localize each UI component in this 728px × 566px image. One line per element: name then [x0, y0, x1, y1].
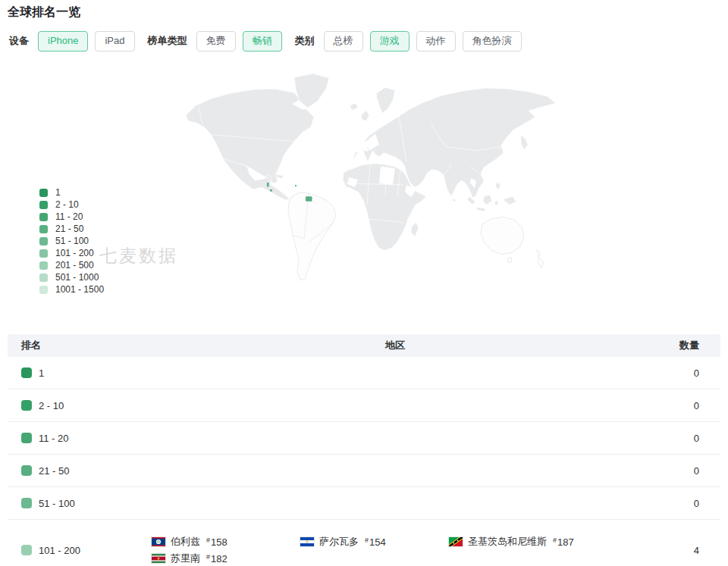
region-name: 圣基茨岛和尼维斯 [468, 535, 547, 549]
region-rank: #182 [206, 553, 228, 564]
count-value: 0 [639, 465, 720, 477]
region-name: 萨尔瓦多 [319, 535, 359, 549]
legend-item: 1001 - 1500 [39, 283, 104, 296]
java-shape [476, 207, 485, 211]
rank-range-label: 1 [39, 367, 44, 379]
el-salvador-flag-icon [300, 537, 314, 546]
legend-color-swatch [39, 213, 48, 221]
legend-label: 1 [55, 187, 61, 198]
madagascar-shape [411, 222, 419, 236]
count-value: 4 [639, 545, 720, 556]
region-entry-suriname[interactable]: 苏里南 #182 [152, 552, 300, 565]
legend-color-swatch [39, 274, 48, 282]
legend-color-swatch [39, 189, 48, 197]
rank-color-swatch [21, 498, 32, 508]
legend-color-swatch [39, 237, 48, 245]
legend-label: 501 - 1000 [55, 272, 99, 283]
sumatra-shape [467, 196, 475, 205]
list-type-filter-label: 榜单类型 [148, 34, 187, 48]
legend-label: 51 - 100 [55, 236, 89, 246]
region-column-header: 地区 [152, 339, 639, 352]
category-option-games[interactable]: 游戏 [370, 31, 410, 52]
rank-range-label: 51 - 100 [39, 498, 75, 509]
rank-range-label: 21 - 50 [39, 465, 69, 477]
region-entry-belize[interactable]: 伯利兹 #158 [152, 535, 300, 549]
watermark: 七麦数据 [99, 244, 178, 267]
table-row: 51 - 100 0 [8, 487, 720, 520]
rank-range-label: 11 - 20 [39, 433, 69, 444]
philippines-shape [495, 182, 500, 190]
legend-label: 201 - 500 [55, 260, 94, 270]
legend-item: 101 - 200 [39, 247, 104, 259]
table-row: 101 - 200 伯利兹 #158 萨尔瓦多 #154 圣 [8, 520, 720, 566]
legend-item: 1 [39, 186, 104, 199]
legend-color-swatch [39, 286, 48, 294]
uk-shape [362, 111, 370, 121]
legend-label: 2 - 10 [55, 199, 79, 210]
legend-color-swatch [39, 249, 48, 258]
new-zealand-shape [537, 250, 544, 268]
sri-lanka-shape [453, 199, 456, 202]
new-guinea-shape [503, 196, 516, 205]
region-entry-el-salvador[interactable]: 萨尔瓦多 #154 [300, 535, 449, 549]
region-name: 伯利兹 [171, 535, 200, 549]
legend-color-swatch [39, 261, 48, 270]
legend-label: 1001 - 1500 [55, 284, 104, 295]
count-value: 0 [639, 433, 720, 444]
tasmania-shape [507, 258, 512, 263]
region-rank: #187 [553, 536, 574, 548]
legend-item: 11 - 20 [39, 211, 104, 223]
table-row: 2 - 10 0 [8, 389, 720, 422]
japan-shape [521, 135, 528, 150]
legend-label: 11 - 20 [55, 211, 83, 222]
category-option-action[interactable]: 动作 [416, 31, 456, 52]
region-list: 伯利兹 #158 萨尔瓦多 #154 圣基茨岛和尼维斯 #187 [152, 535, 639, 565]
device-filter-label: 设备 [9, 34, 29, 48]
scandinavia-shape [376, 87, 395, 113]
st-kitts-nevis-flag-icon [449, 537, 463, 546]
table-row: 11 - 20 0 [8, 422, 720, 455]
australia-shape [481, 217, 524, 254]
category-filter-label: 类别 [295, 34, 315, 48]
north-america-shape [186, 89, 314, 200]
world-map[interactable] [180, 70, 560, 292]
legend-color-swatch [39, 225, 48, 233]
rank-table: 排名 地区 数量 1 0 2 - 10 0 11 - 20 0 21 - 50 … [8, 334, 720, 566]
belize-flag-icon [152, 537, 165, 546]
device-option-iphone[interactable]: iPhone [38, 31, 88, 52]
sulawesi-shape [494, 200, 498, 205]
table-header: 排名 地区 数量 [8, 334, 720, 357]
el-salvador-marker[interactable] [270, 189, 272, 192]
legend-item: 501 - 1000 [39, 271, 104, 283]
region-entry-st-kitts-nevis[interactable]: 圣基茨岛和尼维斯 #187 [449, 535, 598, 549]
suriname-flag-icon [152, 554, 165, 563]
count-column-header: 数量 [639, 339, 720, 352]
table-row: 1 0 [8, 357, 720, 389]
rank-column-header: 排名 [8, 339, 152, 352]
category-option-overall[interactable]: 总榜 [324, 31, 363, 52]
count-value: 0 [639, 367, 720, 379]
st-kitts-nevis-marker[interactable] [295, 185, 297, 186]
rank-color-swatch [21, 465, 32, 476]
filter-bar: 设备 iPhone iPad 榜单类型 免费 畅销 类别 总榜 游戏 动作 角色… [9, 31, 529, 52]
page-title: 全球排名一览 [8, 5, 80, 20]
suriname-marker[interactable] [306, 196, 312, 202]
list-type-option-free[interactable]: 免费 [196, 31, 236, 52]
belize-marker[interactable] [267, 183, 269, 187]
list-type-option-grossing[interactable]: 畅销 [243, 31, 282, 52]
legend-label: 101 - 200 [55, 248, 94, 258]
rank-range-label: 101 - 200 [39, 545, 80, 556]
iceland-shape [350, 103, 358, 110]
count-value: 0 [639, 400, 720, 411]
rank-color-swatch [21, 400, 32, 411]
rank-color-swatch [21, 367, 32, 378]
legend-label: 21 - 50 [55, 224, 83, 234]
device-option-ipad[interactable]: iPad [95, 31, 134, 52]
region-rank: #158 [206, 536, 228, 548]
category-option-rpg[interactable]: 角色扮演 [463, 31, 522, 52]
south-america-shape [288, 192, 336, 280]
legend-item: 51 - 100 [39, 235, 104, 247]
region-rank: #154 [365, 536, 386, 548]
table-row: 21 - 50 0 [8, 455, 720, 487]
map-legend: 1 2 - 10 11 - 20 21 - 50 51 - 100 101 - … [39, 186, 104, 296]
